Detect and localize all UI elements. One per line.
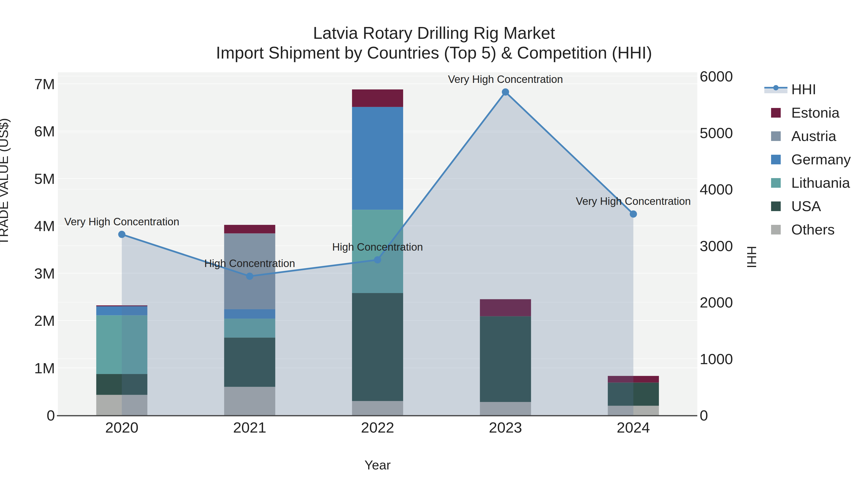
y-right-tick-3000: 3000 <box>700 238 733 254</box>
annotation-2023: Very High Concentration <box>448 73 563 85</box>
chart-title-line1: Latvia Rotary Drilling Rig Market <box>0 24 868 42</box>
annotation-2022: High Concentration <box>332 241 423 253</box>
x-tick-2023: 2023 <box>489 419 522 436</box>
color-swatch-icon <box>764 108 787 118</box>
legend-color-lithuania <box>771 178 781 188</box>
annotation-2021: High Concentration <box>204 257 295 269</box>
y-left-tick-0: 0 <box>47 407 55 424</box>
color-swatch-icon <box>764 201 787 211</box>
hhi-marker-2024[interactable] <box>630 210 637 218</box>
legend-label-austria: Austria <box>791 128 836 144</box>
y-left-tick-4M: 4M <box>34 218 55 234</box>
legend-item-germany[interactable]: Germany <box>764 148 851 171</box>
legend-item-lithuania[interactable]: Lithuania <box>764 171 851 194</box>
x-tick-2020: 2020 <box>105 419 138 436</box>
y-left-tick-5M: 5M <box>34 170 55 187</box>
y-right-tick-1000: 1000 <box>700 351 733 367</box>
color-swatch-icon <box>764 178 787 188</box>
y-right-tick-5000: 5000 <box>700 125 733 141</box>
y-right-tick-0: 0 <box>700 407 708 424</box>
legend-item-austria[interactable]: Austria <box>764 124 851 148</box>
legend-label-germany: Germany <box>791 151 851 168</box>
legend-label-others: Others <box>791 221 835 238</box>
y-axis-title-right: HHI <box>744 246 759 268</box>
y-left-tick-3M: 3M <box>34 265 55 282</box>
legend-item-others[interactable]: Others <box>764 218 851 241</box>
annotation-2024: Very High Concentration <box>576 195 691 207</box>
y-left-tick-1M: 1M <box>34 360 55 377</box>
x-axis-title: Year <box>0 457 755 472</box>
y-right-tick-6000: 6000 <box>700 68 733 85</box>
legend-color-estonia <box>771 108 781 118</box>
hhi-marker-2021[interactable] <box>246 272 253 280</box>
legend-color-germany <box>771 155 781 164</box>
hhi-line-swatch-icon <box>764 84 787 95</box>
x-tick-2024: 2024 <box>617 419 650 436</box>
legend-color-austria <box>771 131 781 141</box>
legend-item-usa[interactable]: USA <box>764 194 851 218</box>
bar-segment-estonia-2021[interactable] <box>224 225 275 233</box>
legend-item-hhi[interactable]: HHI <box>764 77 851 101</box>
legend-label-usa: USA <box>791 198 821 215</box>
y-left-tick-7M: 7M <box>34 76 55 92</box>
legend-label-estonia: Estonia <box>791 104 840 121</box>
x-tick-2022: 2022 <box>361 419 394 436</box>
x-tick-2021: 2021 <box>233 419 267 436</box>
bar-segment-germany-2022[interactable] <box>352 107 403 210</box>
chart-canvas: Very High ConcentrationHigh Concentratio… <box>0 0 868 488</box>
y-left-tick-6M: 6M <box>34 123 55 139</box>
chart-title-line2: Import Shipment by Countries (Top 5) & C… <box>0 43 868 62</box>
bar-segment-estonia-2022[interactable] <box>352 89 403 107</box>
y-right-tick-2000: 2000 <box>700 294 733 311</box>
legend-color-others <box>771 225 781 234</box>
annotation-2020: Very High Concentration <box>64 216 179 227</box>
legend-color-usa <box>771 201 781 211</box>
legend: HHIEstoniaAustriaGermanyLithuaniaUSAOthe… <box>764 77 851 241</box>
hhi-marker-2020[interactable] <box>118 231 125 238</box>
y-right-tick-4000: 4000 <box>700 181 733 198</box>
legend-label-lithuania: Lithuania <box>791 174 850 191</box>
hhi-legend-glyph <box>764 84 787 95</box>
color-swatch-icon <box>764 155 787 164</box>
y-axis-title-left: TRADE VALUE (US$) <box>0 118 11 245</box>
color-swatch-icon <box>764 225 787 234</box>
figure: Very High ConcentrationHigh Concentratio… <box>0 0 868 488</box>
hhi-marker-2022[interactable] <box>374 256 381 263</box>
legend-item-estonia[interactable]: Estonia <box>764 101 851 124</box>
hhi-marker-2023[interactable] <box>502 89 509 96</box>
y-left-tick-2M: 2M <box>34 312 55 329</box>
legend-label-hhi: HHI <box>791 81 816 98</box>
color-swatch-icon <box>764 131 787 141</box>
